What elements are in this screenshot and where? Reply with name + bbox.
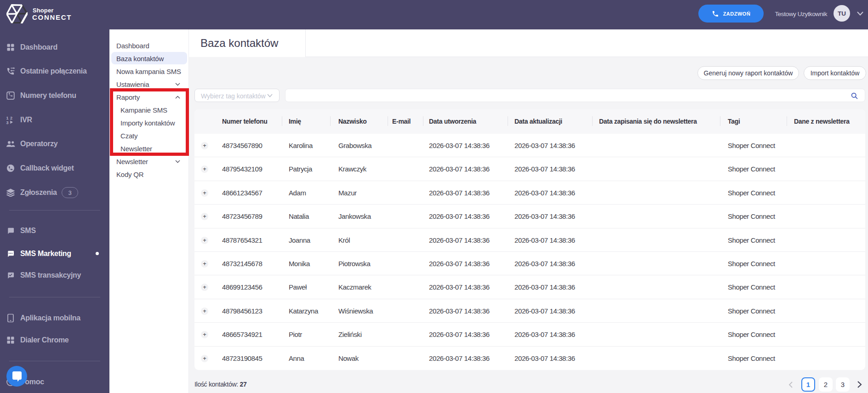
svg-text:1: 1 — [6, 116, 9, 120]
svg-text:3: 3 — [6, 120, 9, 125]
svg-text:2: 2 — [10, 116, 12, 120]
